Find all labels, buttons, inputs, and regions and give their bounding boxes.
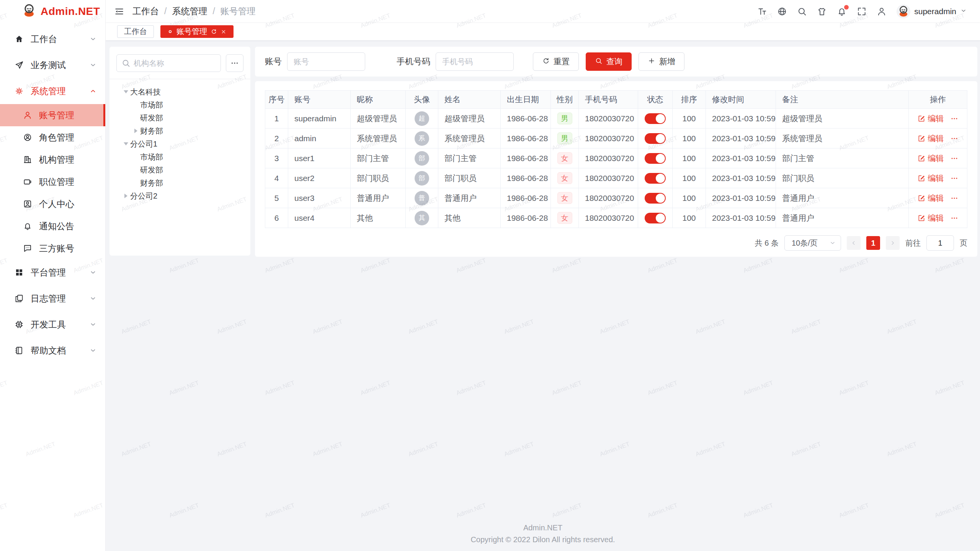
tree-node-财务部[interactable]: 财务部	[116, 124, 243, 137]
tree-node-研发部[interactable]: 研发部	[116, 163, 243, 176]
edit-icon	[918, 115, 925, 122]
font-size-icon[interactable]	[757, 7, 767, 16]
current-page-button[interactable]: 1	[866, 236, 880, 250]
edit-button[interactable]: 编辑	[918, 113, 944, 124]
more-actions-button[interactable]	[950, 174, 959, 183]
sidebar-subitem-个人中心[interactable]: 个人中心	[0, 193, 105, 215]
phone-filter-input[interactable]	[436, 52, 514, 71]
status-toggle[interactable]	[645, 193, 666, 204]
language-icon	[777, 7, 787, 16]
query-button[interactable]: 查询	[586, 52, 632, 71]
status-toggle[interactable]	[645, 213, 666, 223]
sidebar-item-label: 日志管理	[31, 293, 66, 305]
search-icon	[121, 59, 131, 69]
edit-button[interactable]: 编辑	[918, 193, 944, 204]
sidebar-subitem-职位管理[interactable]: 职位管理	[0, 171, 105, 193]
sidebar-subitem-通知公告[interactable]: 通知公告	[0, 215, 105, 237]
fullscreen-icon[interactable]	[857, 7, 867, 16]
edit-button-label: 编辑	[928, 173, 944, 184]
cell-sort: 100	[673, 208, 706, 228]
sidebar-item-帮助文档[interactable]: 帮助文档	[0, 337, 105, 364]
sidebar-subitem-角色管理[interactable]: 角色管理	[0, 126, 105, 148]
page-size-select[interactable]: 10条/页	[784, 235, 841, 251]
tree-node-大名科技[interactable]: 大名科技	[116, 85, 243, 98]
cell-seq: 1	[265, 109, 288, 129]
font-size-icon	[757, 7, 767, 16]
tree-node-分公司1[interactable]: 分公司1	[116, 137, 243, 150]
ellipsis-icon	[950, 174, 959, 183]
tab-账号管理[interactable]: 账号管理	[160, 25, 234, 38]
divider	[109, 79, 250, 79]
cell-modified-time: 2023-01-03 10:59:44	[706, 129, 776, 148]
status-toggle[interactable]	[645, 113, 666, 124]
edit-button[interactable]: 编辑	[918, 133, 944, 144]
sidebar-item-工作台[interactable]: 工作台	[0, 26, 105, 52]
theme-icon[interactable]	[817, 7, 827, 16]
cell-sort: 100	[673, 168, 706, 188]
tree-node-研发部[interactable]: 研发部	[116, 111, 243, 124]
more-actions-button[interactable]	[950, 214, 959, 222]
more-actions-button[interactable]	[950, 194, 959, 202]
app-logo[interactable]: Admin.NET	[0, 0, 105, 23]
cell-avatar: 部	[406, 168, 438, 188]
reset-button[interactable]: 重置	[533, 52, 579, 71]
search-icon[interactable]	[797, 7, 807, 16]
cell-phone: 18020030720	[579, 168, 638, 188]
sidebar-subitem-label: 通知公告	[39, 220, 74, 232]
cell-seq: 6	[265, 208, 288, 228]
user-icon[interactable]	[877, 7, 887, 16]
tree-node-市场部[interactable]: 市场部	[116, 98, 243, 111]
tree-node-label: 研发部	[140, 165, 163, 175]
chevron-down-icon	[89, 347, 97, 354]
prev-page-button[interactable]	[847, 236, 861, 250]
tree-node-财务部[interactable]: 财务部	[116, 176, 243, 189]
chevron-down-icon	[829, 240, 836, 246]
account-filter-input[interactable]	[287, 52, 365, 71]
cell-status	[638, 148, 673, 168]
tab-工作台[interactable]: 工作台	[117, 25, 154, 38]
user-menu[interactable]: superadmin	[897, 5, 967, 18]
sidebar-subitem-三方账号[interactable]: 三方账号	[0, 237, 105, 259]
cell-phone: 18020030720	[579, 129, 638, 148]
breadcrumb-item[interactable]: 账号管理	[220, 5, 256, 17]
goto-page-input[interactable]	[926, 235, 954, 251]
edit-button[interactable]: 编辑	[918, 173, 944, 184]
breadcrumb-item[interactable]: 系统管理	[172, 5, 207, 17]
edit-button[interactable]: 编辑	[918, 153, 944, 164]
add-button[interactable]: 新增	[639, 52, 684, 71]
caret-right-icon[interactable]	[124, 194, 127, 198]
tree-node-分公司2[interactable]: 分公司2	[116, 189, 243, 202]
sidebar-subitem-机构管理[interactable]: 机构管理	[0, 148, 105, 171]
cell-sort: 100	[673, 109, 706, 129]
sidebar-item-业务测试[interactable]: 业务测试	[0, 52, 105, 78]
cell-birth-date: 1986-06-28	[501, 148, 551, 168]
status-toggle[interactable]	[645, 173, 666, 184]
status-toggle[interactable]	[645, 133, 666, 144]
sidebar-item-系统管理[interactable]: 系统管理	[0, 78, 105, 104]
tree-node-市场部[interactable]: 市场部	[116, 150, 243, 163]
more-actions-button[interactable]	[950, 114, 959, 123]
menu-fold-icon[interactable]	[114, 7, 124, 16]
caret-down-icon[interactable]	[124, 142, 128, 145]
cell-remark: 普通用户	[776, 188, 909, 208]
edit-button[interactable]: 编辑	[918, 213, 944, 223]
edit-icon	[918, 135, 925, 142]
more-actions-button[interactable]	[950, 154, 959, 163]
status-toggle[interactable]	[645, 153, 666, 164]
sidebar-item-平台管理[interactable]: 平台管理	[0, 259, 105, 285]
more-actions-button[interactable]	[950, 134, 959, 143]
notification-icon[interactable]	[837, 7, 847, 16]
caret-down-icon[interactable]	[124, 90, 128, 93]
caret-right-icon[interactable]	[134, 129, 137, 133]
chat-icon	[23, 244, 32, 253]
breadcrumb-item[interactable]: 工作台	[132, 5, 159, 17]
org-search-input[interactable]	[116, 54, 221, 72]
sidebar-item-日志管理[interactable]: 日志管理	[0, 285, 105, 311]
next-page-button[interactable]	[886, 236, 900, 250]
tree-more-button[interactable]	[226, 54, 243, 72]
sidebar-item-开发工具[interactable]: 开发工具	[0, 311, 105, 337]
language-icon[interactable]	[777, 7, 787, 16]
sidebar-subitem-账号管理[interactable]: 账号管理	[0, 104, 105, 126]
column-header-排序: 排序	[673, 91, 706, 109]
column-header-状态: 状态	[638, 91, 673, 109]
